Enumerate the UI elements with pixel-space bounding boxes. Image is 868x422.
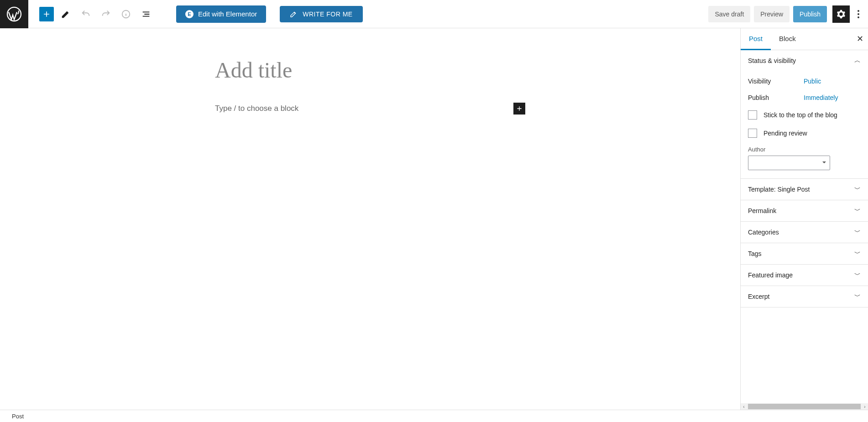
add-block-inline-button[interactable] — [513, 103, 525, 115]
chevron-down-icon: ﹀ — [854, 207, 861, 215]
info-icon[interactable] — [118, 6, 134, 22]
svg-point-3 — [858, 13, 859, 15]
panel-permalink[interactable]: Permalink﹀ — [741, 200, 868, 221]
breadcrumb-bar: Post — [0, 410, 868, 422]
post-title-input[interactable]: Add title — [215, 57, 525, 83]
author-select[interactable] — [748, 156, 830, 170]
tab-post[interactable]: Post — [741, 28, 771, 50]
wordpress-logo[interactable] — [0, 0, 28, 28]
sidebar-tabs: Post Block ✕ — [741, 28, 868, 50]
visibility-label: Visibility — [748, 78, 804, 85]
panel-header-status[interactable]: Status & visibility ︿ — [741, 50, 868, 71]
publish-label: Publish — [748, 94, 804, 101]
pending-label: Pending review — [763, 130, 807, 137]
svg-point-0 — [7, 7, 21, 21]
stick-label: Stick to the top of the blog — [763, 111, 837, 119]
scroll-right-icon[interactable]: › — [862, 404, 868, 409]
settings-sidebar: Post Block ✕ Status & visibility ︿ Visib… — [740, 28, 868, 410]
chevron-down-icon: ﹀ — [854, 228, 861, 236]
horizontal-scrollbar[interactable]: ‹ › — [741, 403, 868, 410]
edit-mode-icon[interactable] — [58, 6, 74, 22]
chevron-down-icon: ﹀ — [854, 185, 861, 193]
editor-canvas[interactable]: Add title Type / to choose a block — [0, 28, 740, 410]
svg-point-2 — [858, 10, 859, 12]
svg-point-4 — [858, 16, 859, 18]
close-sidebar-icon[interactable]: ✕ — [857, 34, 863, 44]
visibility-value[interactable]: Public — [804, 78, 821, 85]
add-block-button[interactable] — [39, 7, 54, 21]
write-label: WRITE FOR ME — [303, 10, 352, 18]
stick-to-top-checkbox[interactable] — [748, 110, 757, 120]
chevron-up-icon: ︿ — [854, 57, 861, 65]
author-label: Author — [748, 142, 861, 156]
list-view-icon[interactable] — [138, 6, 154, 22]
left-tool-group: E Edit with Elementor WRITE FOR ME — [28, 5, 363, 23]
panel-excerpt[interactable]: Excerpt﹀ — [741, 286, 868, 307]
scroll-left-icon[interactable]: ‹ — [741, 404, 747, 409]
write-for-me-button[interactable]: WRITE FOR ME — [280, 6, 362, 22]
pending-review-checkbox[interactable] — [748, 129, 757, 138]
preview-button[interactable]: Preview — [754, 6, 790, 22]
elementor-icon: E — [185, 10, 193, 18]
breadcrumb[interactable]: Post — [12, 413, 24, 420]
panel-categories[interactable]: Categories﹀ — [741, 222, 868, 243]
right-tool-group: Save draft Preview Publish — [708, 5, 863, 23]
panel-template[interactable]: Template: Single Post﹀ — [741, 179, 868, 200]
elementor-label: Edit with Elementor — [198, 10, 257, 18]
panel-tags[interactable]: Tags﹀ — [741, 243, 868, 264]
publish-value[interactable]: Immediately — [804, 94, 838, 101]
block-prompt[interactable]: Type / to choose a block — [215, 104, 513, 113]
publish-button[interactable]: Publish — [793, 6, 827, 22]
chevron-down-icon: ﹀ — [854, 250, 861, 258]
elementor-button[interactable]: E Edit with Elementor — [176, 5, 266, 23]
more-options-icon[interactable] — [854, 5, 863, 23]
undo-icon — [78, 6, 94, 22]
chevron-down-icon: ﹀ — [854, 292, 861, 301]
settings-button[interactable] — [832, 5, 850, 23]
svg-point-1 — [122, 10, 130, 18]
panel-status-visibility: Status & visibility ︿ Visibility Public … — [741, 50, 868, 179]
toolbar: E Edit with Elementor WRITE FOR ME Save … — [0, 0, 868, 28]
scroll-thumb[interactable] — [748, 404, 861, 409]
save-draft-button[interactable]: Save draft — [708, 6, 750, 22]
tab-block[interactable]: Block — [771, 28, 804, 50]
panel-featured-image[interactable]: Featured image﹀ — [741, 265, 868, 286]
chevron-down-icon: ﹀ — [854, 271, 861, 279]
redo-icon — [98, 6, 114, 22]
